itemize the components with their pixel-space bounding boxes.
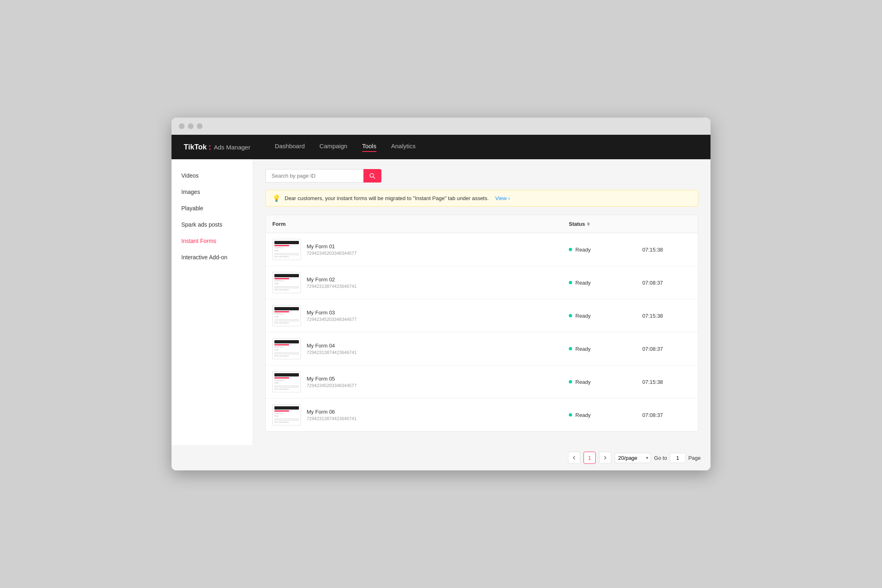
form-cell: Email Promo Email Enter email address My… <box>272 305 569 326</box>
search-bar <box>265 169 698 183</box>
chevron-right-icon <box>603 456 607 460</box>
sidebar-item-spark-ads[interactable]: Spark ads posts <box>172 216 253 233</box>
time-cell: 07:15:38 <box>642 247 691 253</box>
logo: TikTok: Ads Manager <box>184 142 250 152</box>
per-page-select[interactable]: 20/page 50/page 100/page <box>615 453 651 463</box>
nav-analytics[interactable]: Analytics <box>391 143 416 152</box>
form-id: 72942313874423646741 <box>307 284 356 289</box>
status-label: Ready <box>575 379 591 385</box>
next-page-button[interactable] <box>599 452 611 464</box>
form-info: My Form 03 72942345203348344577 <box>307 310 356 322</box>
status-cell: Ready <box>569 346 642 352</box>
notice-text: Dear customers, your instant forms will … <box>285 195 489 201</box>
form-name: My Form 05 <box>307 376 356 382</box>
form-cell: Email Promo Email Enter email address My… <box>272 272 569 293</box>
status-dot <box>569 413 572 416</box>
col-form: Form <box>272 221 569 227</box>
prev-page-button[interactable] <box>568 452 580 464</box>
status-cell: Ready <box>569 412 642 418</box>
form-id: 72942345203348344577 <box>307 251 356 256</box>
status-dot <box>569 347 572 350</box>
sidebar-item-instant-forms[interactable]: Instant Forms <box>172 233 253 249</box>
status-label: Ready <box>575 412 591 418</box>
time-cell: 07:08:37 <box>642 346 691 352</box>
sidebar-item-interactive-addon[interactable]: Interactive Add-on <box>172 249 253 265</box>
notice-icon: 💡 <box>272 194 281 202</box>
goto-section: Go to Page <box>654 453 701 463</box>
table-row: Email Promo Email Enter email address My… <box>266 399 698 431</box>
status-label: Ready <box>575 280 591 286</box>
chevron-left-icon <box>572 456 576 460</box>
form-cell: Email Promo Email Enter email address My… <box>272 371 569 392</box>
time-cell: 07:08:37 <box>642 412 691 418</box>
col-time <box>642 221 691 227</box>
notice-link[interactable]: View › <box>495 195 510 201</box>
top-navigation: TikTok: Ads Manager Dashboard Campaign T… <box>172 135 710 159</box>
form-cell: Email Promo Email Enter email address My… <box>272 338 569 359</box>
forms-table: Form Status <box>265 215 698 432</box>
svg-line-1 <box>374 177 375 178</box>
form-info: My Form 01 72942345203348344577 <box>307 243 356 256</box>
status-label: Ready <box>575 247 591 253</box>
form-info: My Form 06 72942313874423646741 <box>307 409 356 421</box>
form-name: My Form 02 <box>307 276 356 283</box>
table-header: Form Status <box>266 215 698 233</box>
form-name: My Form 01 <box>307 243 356 249</box>
sidebar: Videos Images Playable Spark ads posts I… <box>172 159 253 445</box>
sidebar-item-videos[interactable]: Videos <box>172 167 253 184</box>
search-button[interactable] <box>363 169 381 183</box>
status-label: Ready <box>575 346 591 352</box>
form-thumbnail: Email Promo Email Enter email address <box>272 272 301 293</box>
minimize-button[interactable] <box>188 123 194 129</box>
status-cell: Ready <box>569 379 642 385</box>
form-info: My Form 04 72942313874423646741 <box>307 343 356 355</box>
status-dot <box>569 281 572 284</box>
time-cell: 07:15:38 <box>642 313 691 319</box>
form-info: My Form 05 72942345203348344577 <box>307 376 356 388</box>
nav-dashboard[interactable]: Dashboard <box>275 143 305 152</box>
pagination: 1 20/page 50/page 100/page Go to Page <box>172 445 710 470</box>
status-cell: Ready <box>569 247 642 253</box>
search-icon <box>369 173 376 179</box>
table-row: Email Promo Email Enter email address My… <box>266 266 698 299</box>
status-dot <box>569 248 572 251</box>
main-content: 💡 Dear customers, your instant forms wil… <box>253 159 710 445</box>
per-page-select-wrap: 20/page 50/page 100/page <box>615 453 651 463</box>
col-status: Status <box>569 221 642 227</box>
status-dot <box>569 380 572 383</box>
status-label: Ready <box>575 313 591 319</box>
page-1-button[interactable]: 1 <box>584 452 596 464</box>
form-thumbnail: Email Promo Email Enter email address <box>272 305 301 326</box>
form-name: My Form 03 <box>307 310 356 316</box>
maximize-button[interactable] <box>197 123 203 129</box>
table-row: Email Promo Email Enter email address My… <box>266 299 698 332</box>
app-window: TikTok: Ads Manager Dashboard Campaign T… <box>172 118 710 470</box>
form-thumbnail: Email Promo Email Enter email address <box>272 371 301 392</box>
form-id: 72942345203348344577 <box>307 317 356 322</box>
form-info: My Form 02 72942313874423646741 <box>307 276 356 289</box>
nav-tools[interactable]: Tools <box>362 143 376 152</box>
form-thumbnail: Email Promo Email Enter email address <box>272 239 301 260</box>
logo-dot: : <box>208 142 211 152</box>
page-label: Page <box>688 455 701 461</box>
table-row: Email Promo Email Enter email address My… <box>266 332 698 365</box>
form-id: 72942313874423646741 <box>307 350 356 355</box>
titlebar <box>172 118 710 135</box>
nav-campaign[interactable]: Campaign <box>319 143 347 152</box>
main-layout: Videos Images Playable Spark ads posts I… <box>172 159 710 445</box>
form-name: My Form 06 <box>307 409 356 415</box>
sidebar-item-playable[interactable]: Playable <box>172 200 253 216</box>
form-thumbnail: Email Promo Email Enter email address <box>272 338 301 359</box>
time-cell: 07:15:38 <box>642 379 691 385</box>
sidebar-item-images[interactable]: Images <box>172 184 253 200</box>
form-id: 72942313874423646741 <box>307 416 356 421</box>
status-cell: Ready <box>569 313 642 319</box>
logo-brand: TikTok <box>184 143 207 151</box>
search-input[interactable] <box>265 169 363 183</box>
form-thumbnail: Email Promo Email Enter email address <box>272 404 301 425</box>
sort-status-icon[interactable] <box>587 222 590 226</box>
goto-input[interactable] <box>670 453 686 463</box>
table-row: Email Promo Email Enter email address My… <box>266 233 698 266</box>
close-button[interactable] <box>179 123 185 129</box>
status-dot <box>569 314 572 317</box>
